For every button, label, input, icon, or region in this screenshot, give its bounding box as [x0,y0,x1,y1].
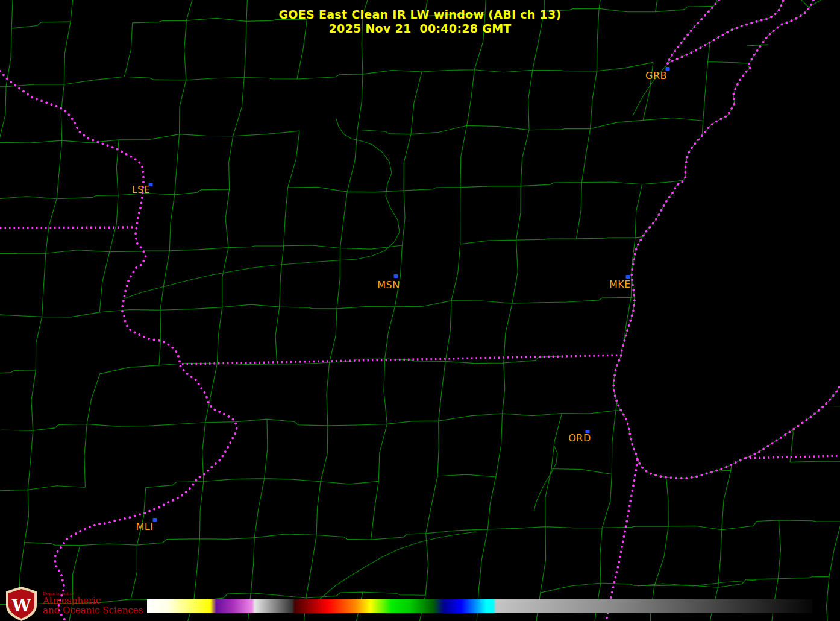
mn-ia-border [0,227,135,228]
station-marker [394,274,398,278]
station-label: LSE [132,184,151,195]
river-line [124,119,400,298]
station-marker [153,518,157,522]
uw-crest-icon: W [5,586,38,621]
river-line [534,445,557,511]
temperature-colorbar [147,599,812,613]
uw-aos-logo: W Department of Atmospheric and Oceanic … [5,586,143,621]
logo-name-line-2: and Oceanic Sciences [43,606,143,616]
station-label: MKE [609,279,631,290]
station-label: GRB [645,70,667,81]
il-in-border [606,460,638,621]
map-canvas [0,0,840,621]
station-label: MSN [377,279,400,291]
logo-text: Department of Atmospheric and Oceanic Sc… [43,592,143,616]
svg-text:W: W [11,596,31,616]
title-line-1: GOES East Clean IR LW window (ABI ch 13) [0,8,840,22]
in-mi-border [745,456,840,458]
satellite-image: GOES East Clean IR LW window (ABI ch 13)… [0,0,840,621]
title-line-2: 2025 Nov 21 00:40:28 GMT [0,22,840,36]
station-label: ORD [568,432,591,444]
image-title: GOES East Clean IR LW window (ABI ch 13)… [0,8,840,36]
station-label: MLI [136,521,154,532]
